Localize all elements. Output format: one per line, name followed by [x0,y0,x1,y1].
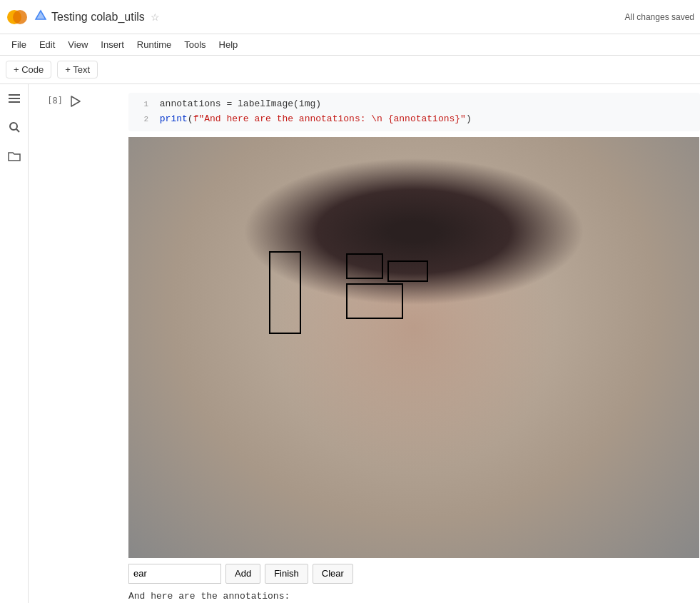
toc-icon[interactable] [6,90,23,107]
menu-file[interactable]: File [6,38,32,51]
code-paren-open: ( [188,113,193,124]
topbar: Testing colab_utils ☆ All changes saved [0,0,700,34]
clear-button[interactable]: Clear [313,564,353,584]
main-content: [8] 1 annotations = labelImage(img) 2 pr… [29,84,700,603]
cell-code-content: 1 annotations = labelImage(img) 2 print(… [126,93,700,603]
menu-runtime[interactable]: Runtime [131,38,177,51]
menu-tools[interactable]: Tools [178,38,211,51]
finish-button[interactable]: Finish [265,564,308,584]
line-num-2: 2 [134,113,148,126]
svg-rect-5 [9,98,20,99]
code-line-1: 1 annotations = labelImage(img) [134,97,694,112]
svg-point-7 [10,123,17,130]
svg-rect-6 [9,101,20,103]
add-text-button[interactable]: + Text [57,61,98,78]
face-image [128,137,699,558]
code-var: annotations = labelImage(img) [160,98,321,109]
search-icon[interactable] [6,118,23,136]
label-input[interactable] [128,564,221,584]
annotation-box-eye [387,260,428,282]
annotation-box-eye-left [346,253,383,279]
svg-rect-4 [9,94,20,96]
code-line-2: 2 print(f"And here are the annotations: … [134,112,694,127]
menu-bar: File Edit View Insert Runtime Tools Help [0,34,700,56]
annotation-box-ear [269,251,301,334]
menu-help[interactable]: Help [213,38,244,51]
code-cell: [8] 1 annotations = labelImage(img) 2 pr… [29,90,700,603]
svg-line-8 [16,129,19,132]
doc-title: Testing colab_utils [51,11,145,24]
line-num-1: 1 [134,98,148,111]
svg-marker-2 [36,11,46,19]
save-status: All changes saved [625,12,694,22]
menu-edit[interactable]: Edit [34,38,61,51]
input-row: Add Finish Clear [128,564,700,587]
code-block[interactable]: 1 annotations = labelImage(img) 2 print(… [128,93,700,131]
output-line-1: And here are the annotations: [128,589,700,603]
cell-container: [8] 1 annotations = labelImage(img) 2 pr… [29,84,700,603]
image-output [128,137,699,558]
colab-logo-icon [6,6,29,29]
cell-run-button[interactable] [66,91,86,111]
code-paren-close: ) [466,113,472,124]
add-code-button[interactable]: + Code [6,61,51,78]
svg-point-1 [13,10,27,24]
code-fstring: f"And here are the annotations: \n {anno… [193,113,466,124]
annotation-box-nose [346,283,403,319]
cell-number: [8] [29,93,69,106]
toolbar-row: + Code + Text [0,56,700,84]
code-print-keyword: print [160,113,188,124]
drive-icon [34,9,47,25]
left-sidebar [0,84,29,603]
add-button[interactable]: Add [225,564,260,584]
folder-icon[interactable] [6,147,23,164]
svg-marker-9 [71,96,80,106]
star-icon[interactable]: ☆ [151,11,160,23]
output-text: And here are the annotations: [[[367, 27… [128,587,700,603]
menu-insert[interactable]: Insert [95,38,130,51]
menu-view[interactable]: View [62,38,93,51]
